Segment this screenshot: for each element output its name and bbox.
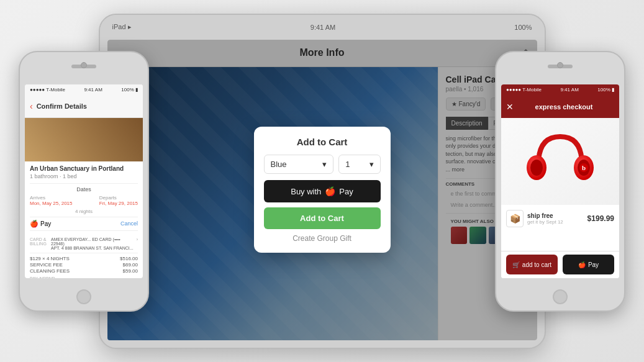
ship-text: ship free get it by Sept 12 (527, 212, 584, 225)
tablet-status-left: iPad ▸ (112, 23, 132, 31)
base-label: $129 × 4 NIGHTS (30, 256, 70, 261)
left-status-left: ●●●●● T-Mobile (30, 87, 65, 93)
color-value: Blue (271, 160, 287, 169)
color-select[interactable]: Blue ▾ (264, 155, 334, 174)
departs-date: Fri, May 29, 2015 (99, 201, 138, 206)
cleaning-row: CLEANING FEES $59.00 (30, 268, 138, 274)
cleaning-val: $59.00 (123, 268, 138, 274)
left-divider-3 (30, 230, 138, 231)
right-apple-pay-button[interactable]: 🍎 Pay (563, 255, 614, 274)
modal-overlay[interactable]: Add to Cart Blue ▾ 1 ▾ Buy with 🍎 (107, 40, 537, 340)
svg-text:b: b (582, 164, 586, 171)
phone-left-device: ●●●●● T-Mobile 9:41 AM 100% ▮ ‹ Confirm … (19, 51, 149, 312)
right-product-info: 📦 ship free get it by Sept 12 $199.99 (501, 205, 619, 236)
phone-left-camera (81, 62, 87, 68)
color-chevron: ▾ (322, 160, 327, 169)
service-val: $69.00 (123, 262, 138, 268)
left-nav-title: Confirm Details (37, 102, 87, 110)
right-add-to-cart-button[interactable]: 🛒 add to cart (506, 255, 558, 274)
pay-airbnb-label: PAY AIRBNB (30, 276, 138, 278)
left-listing-title: An Urban Sanctuary in Portland (30, 165, 138, 172)
phone-right-camera (557, 62, 563, 68)
billing-card: AMEX EVERYDAY... ED CARD (•••• 22946) AP… (51, 237, 134, 250)
tablet-time: 9:41 AM (311, 24, 335, 31)
right-close-button[interactable]: ✕ (506, 102, 514, 112)
left-listing-section: An Urban Sanctuary in Portland 1 bathroo… (25, 161, 143, 237)
qty-value: 1 (345, 160, 350, 169)
modal-box: Add to Cart Blue ▾ 1 ▾ Buy with 🍎 (254, 127, 391, 253)
phone-left-home-btn[interactable] (76, 289, 91, 304)
cleaning-label: CLEANING FEES (30, 268, 70, 274)
headphones-svg: b (523, 124, 597, 199)
pay-label: Pay (40, 220, 51, 227)
billing-row: CARD & BILLING AMEX EVERYDAY... ED CARD … (30, 237, 138, 250)
billing-label: CARD & BILLING (30, 237, 48, 250)
tablet-status-bar: iPad ▸ 9:41 AM 100% (100, 15, 545, 40)
modal-options-row: Blue ▾ 1 ▾ (264, 155, 381, 174)
cart-label: add to cart (522, 261, 551, 268)
right-bottom-bar: 🛒 add to cart 🍎 Pay (501, 251, 619, 278)
apple-pay-label: Buy with (291, 187, 321, 196)
scene: iPad ▸ 9:41 AM 100% ‹ More Info ⬆ Cell i… (0, 0, 644, 362)
left-nav-bar: ‹ Confirm Details (25, 96, 143, 118)
left-listing-sub: 1 bathroom · 1 bed (30, 173, 138, 179)
qty-select[interactable]: 1 ▾ (338, 155, 380, 174)
tablet-device: iPad ▸ 9:41 AM 100% ‹ More Info ⬆ Cell i… (99, 14, 546, 349)
right-apple-pay-label: Pay (588, 261, 599, 268)
ship-free-title: ship free (527, 212, 584, 219)
left-hero-image (25, 118, 143, 161)
apple-pay-logo: 🍎 Pay (30, 220, 51, 228)
tablet-screen: ‹ More Info ⬆ Cell iPad Case paella • 1,… (107, 40, 537, 340)
departs-col: Departs Fri, May 29, 2015 (99, 195, 138, 206)
apple-icon: 🍎 (30, 220, 39, 228)
arrives-date: Mon, May 25, 2015 (30, 201, 72, 206)
cart-icon: 🛒 (512, 261, 520, 268)
phone-right-device: ●●●●● T-Mobile 9:41 AM 100% ▮ ✕ express … (495, 51, 625, 312)
phone-right-home-btn[interactable] (553, 289, 568, 304)
right-status-left: ●●●●● T-Mobile (506, 87, 542, 93)
left-status-right: 100% ▮ (121, 87, 138, 93)
modal-title: Add to Cart (264, 137, 381, 147)
left-status-time: 9:41 AM (84, 87, 102, 93)
cancel-link[interactable]: Cancel (120, 220, 138, 227)
address-info: APT. 4 888 BRANNAN ST. SAN FRANCI... (51, 246, 134, 250)
base-price-row: $129 × 4 NIGHTS $516.00 (30, 256, 138, 261)
product-price: $199.99 (587, 214, 614, 223)
right-apple-icon: 🍎 (578, 261, 586, 268)
svg-point-1 (530, 160, 543, 176)
apple-pay-button[interactable]: Buy with 🍎 Pay (264, 180, 381, 202)
right-status-right: 100% ▮ (597, 87, 614, 93)
right-nav-title: express checkout (514, 103, 614, 111)
qty-chevron: ▾ (370, 160, 374, 169)
departs-label: Departs (99, 195, 138, 201)
right-status-time: 9:41 AM (560, 87, 578, 93)
right-status-bar: ●●●●● T-Mobile 9:41 AM 100% ▮ (501, 84, 619, 96)
right-nav-bar: ✕ express checkout (501, 96, 619, 118)
apple-pay-icon: 🍎 (325, 186, 335, 196)
arrives-col: Arrives Mon, May 25, 2015 (30, 195, 72, 206)
phone-right-screen: ●●●●● T-Mobile 9:41 AM 100% ▮ ✕ express … (501, 84, 619, 278)
apple-pay-brand: Pay (339, 187, 353, 196)
ship-icon: 📦 (506, 210, 524, 227)
group-gift-button[interactable]: Create Group Gift (264, 234, 381, 243)
right-product-image: b (501, 118, 619, 205)
billing-chevron: › (137, 237, 138, 250)
left-divider-2 (30, 217, 138, 217)
arrives-label: Arrives (30, 195, 72, 201)
service-label: SERVICE FEE (30, 262, 63, 268)
left-hero-overlay (25, 118, 143, 161)
phone-left-screen: ●●●●● T-Mobile 9:41 AM 100% ▮ ‹ Confirm … (25, 84, 143, 278)
left-back-icon[interactable]: ‹ (30, 101, 33, 111)
left-divider-4 (30, 253, 138, 253)
billing-section: CARD & BILLING AMEX EVERYDAY... ED CARD … (25, 237, 143, 278)
add-to-cart-button[interactable]: Add to Cart (264, 207, 381, 229)
dates-row: Arrives Mon, May 25, 2015 Departs Fri, M… (30, 195, 138, 206)
dates-label: Dates (30, 186, 138, 192)
nights-label: 4 nights (30, 209, 138, 214)
ship-free-row: 📦 ship free get it by Sept 12 $199.99 (506, 210, 614, 227)
left-status-bar: ●●●●● T-Mobile 9:41 AM 100% ▮ (25, 84, 143, 96)
base-val: $516.00 (120, 256, 138, 261)
tablet-status-right: 100% (514, 24, 532, 31)
pay-row: 🍎 Pay Cancel (30, 220, 138, 228)
card-info: AMEX EVERYDAY... ED CARD (•••• 22946) (51, 237, 134, 246)
